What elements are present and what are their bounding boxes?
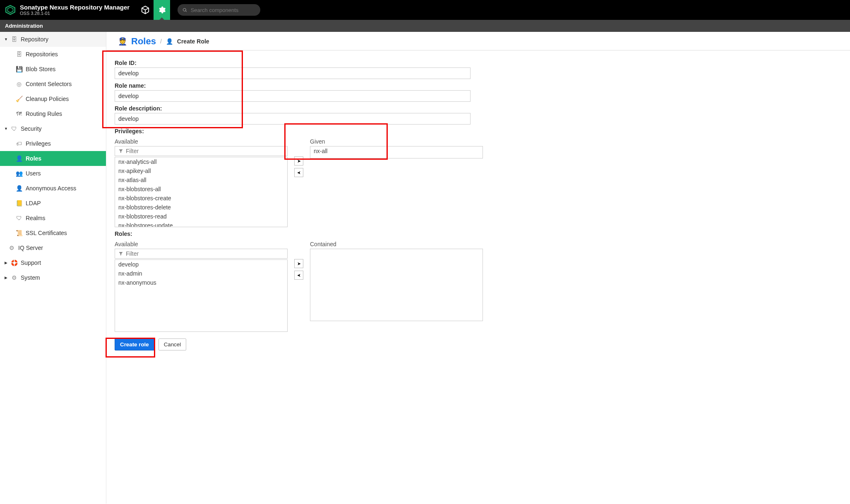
move-right-button[interactable]: ➤ [294, 259, 303, 268]
form-area: Role ID: Role name: Role description: Pr… [106, 50, 850, 359]
sidebar-group-iq-server[interactable]: ⚙ IQ Server [0, 240, 106, 255]
privileges-given-list[interactable]: nx-all [310, 146, 483, 158]
privileges-filter-box[interactable] [115, 146, 288, 156]
breadcrumb-sub: Create Role [177, 38, 209, 45]
list-item[interactable]: nx-blobstores-create [115, 194, 287, 203]
sidebar-item-roles[interactable]: 👤Roles [0, 151, 106, 166]
privileges-mover: ➤ ➤ [294, 156, 303, 177]
list-item[interactable]: nx-anonymous [115, 278, 287, 287]
svg-marker-0 [6, 5, 15, 14]
role-name-label: Role name: [115, 82, 842, 89]
list-item[interactable]: nx-blobstores-delete [115, 203, 287, 212]
sidebar-group-repository[interactable]: ▼ 🗄 Repository [0, 32, 106, 47]
hdd-icon: 💾 [16, 66, 22, 72]
sidebar-group-support[interactable]: ▶ 🛟 Support [0, 255, 106, 270]
available-label: Available [115, 241, 288, 247]
user-role-icon: 👤 [16, 155, 22, 162]
list-item[interactable]: nx-blobstores-update [115, 221, 287, 227]
user-icon: 👤 [166, 38, 173, 45]
shield-icon: 🛡 [16, 215, 22, 221]
list-item[interactable]: nx-blobstores-read [115, 212, 287, 221]
move-right-button[interactable]: ➤ [294, 156, 303, 166]
users-icon: 👥 [16, 170, 22, 177]
roles-mover: ➤ ➤ [294, 259, 303, 280]
admin-mode-button[interactable] [154, 0, 170, 20]
roles-filter-box[interactable] [115, 249, 288, 259]
role-desc-label: Role description: [115, 105, 842, 112]
create-role-button[interactable]: Create role [115, 338, 154, 350]
sidebar-group-label: IQ Server [18, 245, 43, 251]
broom-icon: 🧹 [16, 96, 22, 102]
sidebar-item-ssl[interactable]: 📜SSL Certificates [0, 226, 106, 240]
sidebar-group-label: Security [21, 125, 42, 132]
sidebar-item-repositories[interactable]: 🗄Repositories [0, 47, 106, 62]
search-icon [182, 7, 187, 13]
sidebar-item-ldap[interactable]: 📒LDAP [0, 196, 106, 211]
search-input[interactable] [191, 7, 255, 13]
iq-icon: ⚙ [8, 245, 15, 251]
logo-block: Sonatype Nexus Repository Manager OSS 3.… [5, 4, 130, 16]
caret-right-icon: ▶ [4, 261, 7, 265]
sidebar-item-anonymous[interactable]: 👤Anonymous Access [0, 181, 106, 196]
sidebar-item-users[interactable]: 👥Users [0, 166, 106, 181]
list-item[interactable]: nx-admin [115, 269, 287, 278]
roles-dual-list: Available developnx-adminnx-anonymous ➤ … [115, 238, 842, 332]
roles-label: Roles: [115, 230, 842, 237]
form-actions: Create role Cancel [115, 338, 842, 350]
list-item[interactable]: nx-blobstores-all [115, 185, 287, 194]
app-title: Sonatype Nexus Repository Manager [20, 4, 130, 11]
support-icon: 🛟 [11, 259, 17, 266]
sidebar-group-label: Repository [21, 36, 48, 43]
role-desc-input[interactable] [115, 113, 471, 125]
layers-icon: ◎ [16, 81, 22, 87]
available-label: Available [115, 138, 288, 145]
list-item[interactable]: nx-all [310, 146, 483, 156]
breadcrumb: 👮 Roles / 👤 Create Role [106, 32, 850, 50]
shield-icon: 🛡 [11, 125, 17, 132]
filter-icon [118, 251, 123, 256]
role-name-input[interactable] [115, 90, 471, 102]
roles-icon: 👮 [118, 37, 127, 46]
search-box[interactable] [178, 4, 260, 16]
anon-icon: 👤 [16, 185, 22, 192]
badge-icon: 🏷 [16, 140, 22, 147]
database-icon: 🗄 [11, 36, 17, 43]
roles-available-list[interactable]: developnx-adminnx-anonymous [115, 259, 288, 332]
privileges-available-list[interactable]: nx-analytics-allnx-apikey-allnx-atlas-al… [115, 157, 288, 227]
sidebar-item-privileges[interactable]: 🏷Privileges [0, 136, 106, 151]
list-item[interactable]: nx-analytics-all [115, 157, 287, 166]
gear-icon: ⚙ [11, 274, 17, 281]
sidebar-item-routing-rules[interactable]: 🗺Routing Rules [0, 106, 106, 121]
sidebar-group-label: System [21, 274, 40, 281]
app-version: OSS 3.28.1-01 [20, 11, 130, 16]
role-id-input[interactable] [115, 67, 471, 79]
top-bar: Sonatype Nexus Repository Manager OSS 3.… [0, 0, 850, 20]
sidebar-item-realms[interactable]: 🛡Realms [0, 211, 106, 226]
breadcrumb-sep: / [160, 38, 162, 45]
sidebar-item-blob-stores[interactable]: 💾Blob Stores [0, 62, 106, 77]
privileges-dual-list: Available nx-analytics-allnx-apikey-alln… [115, 136, 842, 227]
sidebar-group-system[interactable]: ▶ ⚙ System [0, 270, 106, 285]
move-left-button[interactable]: ➤ [294, 271, 303, 280]
svg-marker-1 [8, 7, 13, 13]
certificate-icon: 📜 [16, 230, 22, 236]
sidebar-group-security[interactable]: ▼ 🛡 Security [0, 121, 106, 136]
caret-down-icon: ▼ [4, 37, 7, 41]
move-left-button[interactable]: ➤ [294, 168, 303, 177]
given-label: Given [310, 138, 483, 145]
book-icon: 📒 [16, 200, 22, 206]
privileges-filter-input[interactable] [126, 148, 284, 154]
sidebar: ▼ 🗄 Repository 🗄Repositories 💾Blob Store… [0, 32, 106, 504]
sidebar-item-content-selectors[interactable]: ◎Content Selectors [0, 77, 106, 91]
sidebar-item-cleanup-policies[interactable]: 🧹Cleanup Policies [0, 91, 106, 106]
roles-filter-input[interactable] [126, 250, 284, 257]
contained-label: Contained [310, 241, 483, 247]
breadcrumb-main[interactable]: Roles [131, 36, 156, 47]
cancel-button[interactable]: Cancel [158, 338, 187, 350]
list-item[interactable]: develop [115, 260, 287, 269]
sidebar-group-label: Support [21, 259, 41, 266]
list-item[interactable]: nx-atlas-all [115, 175, 287, 185]
browse-mode-button[interactable] [137, 0, 154, 20]
list-item[interactable]: nx-apikey-all [115, 166, 287, 175]
roles-contained-list[interactable] [310, 249, 483, 321]
